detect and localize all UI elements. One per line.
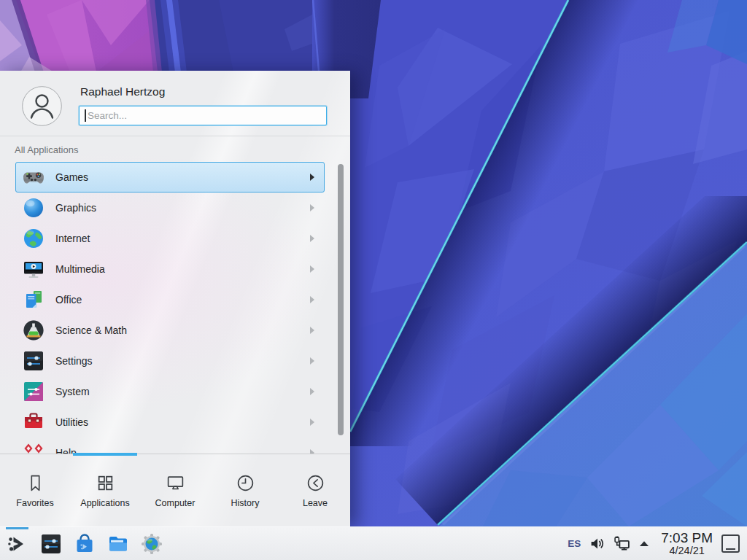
category-row-internet[interactable]: Internet: [15, 223, 325, 254]
keyboard-layout-indicator[interactable]: ES: [568, 538, 581, 549]
tab-history[interactable]: History: [210, 454, 280, 526]
tab-label: Applications: [80, 498, 129, 508]
network-icon[interactable]: [614, 535, 630, 552]
utilities-icon: [22, 411, 45, 434]
category-row-science-math[interactable]: Science & Math: [15, 315, 325, 346]
submenu-arrow-icon: [310, 235, 314, 242]
tab-favorites[interactable]: Favorites: [0, 454, 70, 526]
expand-tray-arrow-icon[interactable]: [639, 540, 649, 547]
category-label: Graphics: [55, 202, 96, 214]
category-label: Multimedia: [55, 263, 105, 275]
category-row-games[interactable]: Games: [15, 162, 325, 192]
leave-back-icon: [306, 473, 325, 493]
tab-label: Favorites: [16, 498, 53, 508]
scrollbar[interactable]: [338, 164, 344, 435]
show-desktop-button[interactable]: [721, 534, 740, 553]
volume-icon[interactable]: [589, 536, 605, 551]
internet-icon: [22, 227, 45, 250]
tab-label: Leave: [303, 498, 328, 508]
clock-history-icon: [236, 473, 255, 493]
tab-label: History: [231, 498, 260, 508]
launcher-header: Raphael Hertzog: [0, 71, 350, 136]
computer-monitor-icon: [166, 473, 185, 493]
digital-clock[interactable]: 7:03 PM 4/24/21: [658, 531, 713, 556]
tab-computer[interactable]: Computer: [140, 454, 210, 526]
application-launcher-menu: Raphael Hertzog All Applications: [0, 71, 350, 526]
clock-date: 4/24/21: [661, 545, 713, 556]
search-field-wrap: [79, 106, 327, 125]
user-name: Raphael Hertzog: [80, 85, 165, 98]
category-label: System: [55, 386, 90, 397]
application-launcher-button[interactable]: [6, 532, 29, 556]
bookmark-icon: [26, 473, 45, 493]
applications-grid-icon: [96, 473, 115, 493]
submenu-arrow-icon: [310, 419, 314, 426]
category-label: Office: [55, 294, 82, 306]
submenu-arrow-icon: [310, 204, 314, 211]
science-math-icon: [22, 319, 45, 342]
category-row-system[interactable]: System: [15, 376, 325, 407]
launcher-active-indicator: [6, 527, 28, 529]
submenu-arrow-icon: [310, 357, 314, 365]
taskbar-panel: ES 7:03 PM 4/24/21: [0, 526, 747, 560]
category-row-settings[interactable]: Settings: [15, 346, 325, 376]
desktop: Raphael Hertzog All Applications: [0, 0, 747, 560]
category-row-graphics[interactable]: Graphics: [15, 192, 325, 223]
dolphin-file-manager-button[interactable]: [107, 532, 130, 556]
tab-leave[interactable]: Leave: [280, 454, 350, 526]
active-tab-indicator: [73, 453, 137, 456]
category-row-help[interactable]: Help: [15, 438, 325, 454]
graphics-icon: [22, 196, 45, 219]
section-label: All Applications: [15, 144, 78, 155]
category-row-utilities[interactable]: Utilities: [15, 407, 325, 438]
submenu-arrow-icon: [310, 327, 314, 334]
user-avatar: [22, 86, 62, 126]
submenu-arrow-icon: [310, 296, 314, 303]
tab-applications[interactable]: Applications: [70, 454, 140, 526]
help-icon: [22, 441, 45, 454]
category-label: Utilities: [55, 416, 88, 428]
header-divider: [0, 136, 350, 136]
konqueror-browser-button[interactable]: [140, 532, 163, 556]
category-list: Games Graphics: [0, 158, 350, 454]
category-row-multimedia[interactable]: Multimedia: [15, 254, 325, 284]
category-label: Settings: [55, 355, 93, 367]
system-settings-button[interactable]: [39, 532, 63, 556]
settings-icon: [22, 349, 45, 373]
tab-label: Computer: [155, 498, 196, 508]
submenu-arrow-icon: [310, 174, 314, 181]
multimedia-icon: [22, 257, 45, 281]
search-input[interactable]: [79, 106, 327, 125]
system-tray: ES 7:03 PM 4/24/21: [568, 527, 747, 560]
clock-time: 7:03 PM: [661, 531, 713, 545]
category-list-viewport: Games Graphics: [0, 158, 350, 454]
submenu-arrow-icon: [310, 265, 314, 273]
office-icon: [22, 288, 45, 311]
launcher-footer-tabs: Favorites Applications Computer: [0, 454, 350, 526]
submenu-arrow-icon: [310, 388, 314, 395]
category-row-office[interactable]: Office: [15, 284, 325, 315]
games-icon: [22, 166, 45, 189]
category-label: Science & Math: [55, 324, 127, 336]
discover-button[interactable]: [73, 532, 96, 556]
system-icon: [22, 380, 45, 403]
category-label: Internet: [55, 233, 90, 244]
category-label: Games: [55, 171, 88, 183]
